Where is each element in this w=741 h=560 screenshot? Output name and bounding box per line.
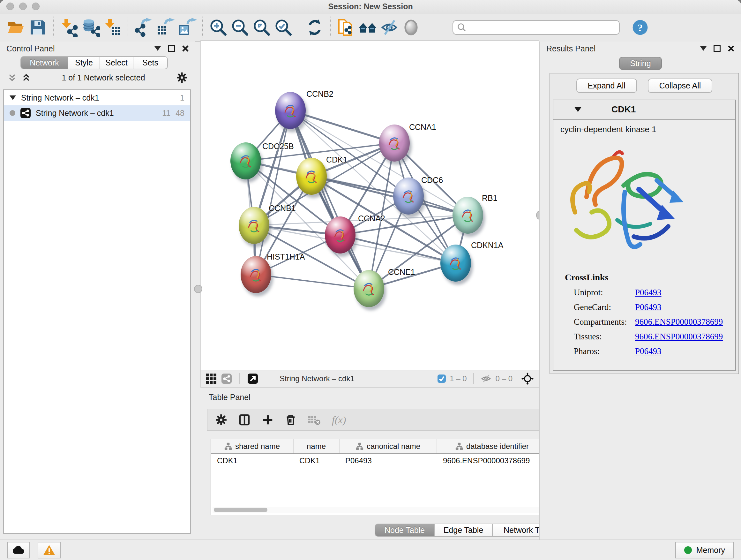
node-label-CCNE1: CCNE1 — [388, 267, 415, 277]
network-canvas[interactable]: CCNB2 CCNA1 CDC25B CDK1 — [200, 40, 539, 370]
export-table-button[interactable] — [154, 16, 176, 39]
float-panel-icon[interactable] — [714, 45, 721, 52]
hidden-counts: 0 – 0 — [495, 374, 513, 383]
show-columns-icon[interactable] — [238, 414, 251, 426]
zoom-window-button[interactable] — [32, 3, 40, 10]
tab-style[interactable]: Style — [68, 56, 100, 69]
memory-button[interactable]: Memory — [675, 542, 734, 558]
import-network-button[interactable] — [58, 16, 80, 39]
section-collapse-icon[interactable] — [575, 107, 582, 112]
birdseye-crosshair-icon[interactable] — [522, 373, 534, 385]
hierarchy-icon — [356, 442, 363, 450]
hidden-eye-icon — [480, 374, 492, 383]
network-selection-row: 1 of 1 Network selected — [0, 69, 195, 86]
import-network-from-database-button[interactable] — [80, 16, 102, 39]
export-image-icon — [178, 18, 197, 37]
collapse-all-icon[interactable] — [8, 73, 17, 82]
minimize-window-button[interactable] — [19, 3, 27, 10]
hide-show-button[interactable] — [379, 16, 400, 39]
warnings-button[interactable] — [38, 542, 61, 558]
network-view-share-icon[interactable] — [221, 374, 232, 384]
column-header-database-identifier[interactable]: database identifier — [437, 439, 548, 453]
grid-view-icon[interactable] — [206, 374, 216, 384]
network-node-CDC25B[interactable] — [230, 142, 261, 179]
crosslink-tissues-link[interactable]: 9606.ENSP00000378699 — [635, 329, 723, 344]
zoom-fit-button[interactable] — [251, 16, 273, 39]
control-panel-title: Control Panel — [6, 44, 154, 53]
network-collection-row[interactable]: String Network – cdk1 1 — [4, 90, 190, 105]
import-table-button[interactable] — [102, 16, 123, 39]
zoom-in-button[interactable] — [207, 16, 229, 39]
panel-menu-icon[interactable] — [154, 46, 161, 51]
network-node-CCNA2[interactable] — [325, 216, 355, 253]
network-node-RB1[interactable] — [453, 197, 483, 234]
close-panel-icon[interactable] — [728, 45, 735, 52]
zoom-selected-button[interactable] — [273, 16, 294, 39]
close-panel-icon[interactable] — [182, 45, 189, 52]
selected-counts: 1 – 0 — [450, 374, 467, 383]
network-node-CCNB1[interactable] — [239, 207, 269, 244]
crosslink-genecard-link[interactable]: P06493 — [635, 300, 662, 314]
vertical-splitter-grip[interactable] — [194, 285, 202, 293]
protein-ribbon-thumb-icon — [245, 215, 263, 236]
selected-checkbox-icon[interactable] — [437, 374, 446, 383]
network-node-HIST1H1A[interactable] — [241, 256, 271, 293]
add-column-icon[interactable] — [262, 414, 274, 426]
network-current-dot-icon — [10, 110, 15, 116]
float-panel-icon[interactable] — [168, 45, 175, 52]
crosslink-compartments-link[interactable]: 9606.ENSP00000378699 — [635, 314, 723, 329]
tab-node-table[interactable]: Node Table — [375, 523, 434, 537]
tab-edge-table[interactable]: Edge Table — [434, 523, 493, 537]
hierarchy-icon — [224, 442, 232, 450]
crosslink-uniprot-link[interactable]: P06493 — [635, 285, 662, 300]
gray-eye-icon — [401, 18, 421, 37]
tab-sets[interactable]: Sets — [133, 56, 168, 69]
search-input[interactable] — [469, 22, 615, 33]
zoom-out-button[interactable] — [229, 16, 251, 39]
crosslinks-title: CrossLinks — [565, 272, 735, 283]
network-node-CCNE1[interactable] — [354, 270, 384, 307]
network-node-CDC6[interactable] — [393, 178, 424, 214]
apply-style-refresh-button[interactable] — [304, 16, 326, 39]
homes-button[interactable] — [357, 16, 379, 39]
protein-section-header[interactable]: CDK1 — [553, 100, 735, 119]
tab-string[interactable]: String — [619, 57, 662, 70]
open-session-button[interactable] — [5, 16, 27, 39]
protein-structure-image[interactable] — [562, 141, 690, 262]
network-node-CDKN1A[interactable] — [441, 245, 471, 282]
share-document-button[interactable] — [335, 16, 357, 39]
results-panel-title: Results Panel — [546, 44, 700, 53]
column-header-shared-name[interactable]: shared name — [211, 439, 293, 453]
delete-column-trash-icon[interactable] — [285, 414, 297, 426]
detach-view-icon[interactable] — [248, 374, 258, 384]
save-session-button[interactable] — [27, 16, 49, 39]
help-button[interactable]: ? — [631, 18, 649, 37]
node-label-RB1: RB1 — [482, 193, 497, 203]
network-row[interactable]: String Network – cdk1 11 48 — [4, 105, 190, 121]
network-node-CDK1[interactable] — [296, 158, 327, 195]
panel-menu-icon[interactable] — [700, 46, 706, 51]
column-header-name[interactable]: name — [293, 439, 340, 453]
expand-all-button[interactable]: Expand All — [576, 78, 637, 93]
export-image-button[interactable] — [176, 16, 198, 39]
cloud-status-button[interactable] — [7, 542, 30, 558]
network-node-CCNB2[interactable] — [275, 92, 306, 129]
tree-expand-icon[interactable] — [10, 96, 16, 100]
close-window-button[interactable] — [6, 3, 14, 10]
scrollbar-thumb[interactable] — [214, 508, 267, 512]
expand-all-icon[interactable] — [22, 73, 30, 82]
column-header-canonical-name[interactable]: canonical name — [340, 439, 437, 453]
table-options-gear-icon[interactable] — [215, 414, 227, 426]
refresh-icon — [305, 18, 324, 37]
export-network-button[interactable] — [133, 16, 154, 39]
search-box[interactable] — [453, 20, 620, 35]
tab-network[interactable]: Network — [20, 56, 68, 69]
crosslink-label: Compartments: — [574, 314, 635, 329]
network-node-CCNA1[interactable] — [379, 125, 410, 162]
crosslink-pharos-link[interactable]: P06493 — [635, 344, 662, 359]
tab-select[interactable]: Select — [100, 56, 133, 69]
network-options-gear-icon[interactable] — [176, 72, 188, 83]
collapse-all-button[interactable]: Collapse All — [648, 78, 713, 93]
inactive-eye-button[interactable] — [400, 16, 422, 39]
crosslink-row: Pharos: P06493 — [574, 344, 735, 359]
